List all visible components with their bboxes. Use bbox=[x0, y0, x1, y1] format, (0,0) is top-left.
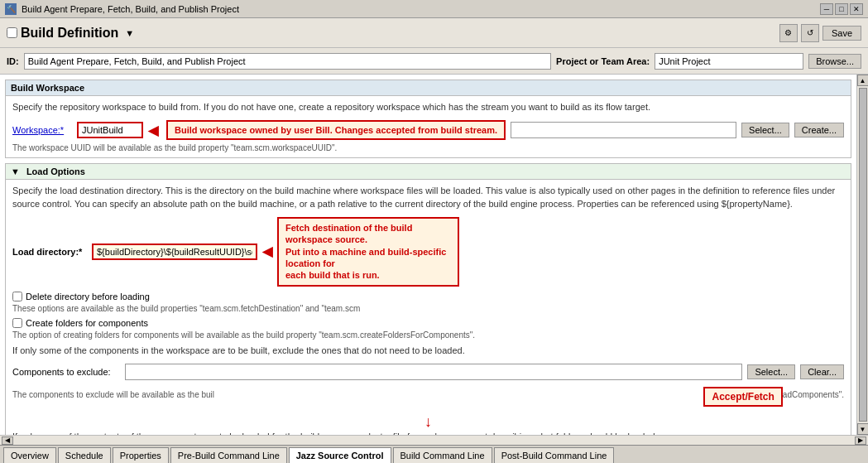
toolbar: Build Definition ▼ ⚙ ↺ Save bbox=[0, 18, 868, 48]
horizontal-scrollbar[interactable]: ◀ ▶ bbox=[0, 435, 868, 445]
if-some-text2: If only some of the contents of the comp… bbox=[12, 431, 844, 435]
refresh-icon[interactable]: ↺ bbox=[801, 24, 819, 42]
scroll-down-button[interactable]: ▼ bbox=[857, 423, 869, 435]
create-folders-checkbox[interactable] bbox=[12, 318, 22, 328]
load-options-body: Specify the load destination directory. … bbox=[6, 180, 851, 435]
build-workspace-body: Specify the repository workspace to buil… bbox=[6, 96, 851, 157]
workspace-input[interactable] bbox=[77, 122, 143, 138]
tab-build-command-line[interactable]: Build Command Line bbox=[393, 447, 492, 463]
tab-overview[interactable]: Overview bbox=[3, 447, 56, 463]
fetch-annotation: Fetch destination of the build workspace… bbox=[277, 217, 459, 286]
build-workspace-title: Build Workspace bbox=[11, 83, 84, 93]
components-exclude-input[interactable] bbox=[125, 364, 742, 380]
page-title: Build Definition bbox=[21, 26, 118, 41]
settings-icon[interactable]: ⚙ bbox=[779, 24, 798, 42]
main-container: Build Definition ▼ ⚙ ↺ Save ID: Project … bbox=[0, 18, 868, 463]
id-input[interactable] bbox=[24, 53, 551, 70]
load-options-section: ▼ Load Options Specify the load destinat… bbox=[5, 163, 851, 435]
tab-properties[interactable]: Properties bbox=[113, 447, 169, 463]
workspace-create-button[interactable]: Create... bbox=[794, 123, 844, 137]
accept-arrow-icon: ↓ bbox=[12, 413, 844, 431]
window-icon: 🔨 bbox=[5, 3, 17, 15]
create-folders-hint: The option of creating folders for compo… bbox=[12, 330, 844, 340]
delete-dir-label: Delete directory before loading bbox=[26, 292, 150, 301]
browse-button[interactable]: Browse... bbox=[808, 54, 861, 69]
components-clear-button[interactable]: Clear... bbox=[800, 364, 844, 379]
load-options-desc: Specify the load destination directory. … bbox=[12, 185, 844, 210]
title-dropdown[interactable]: ▼ bbox=[125, 28, 134, 38]
load-dir-arrow-icon: ◀ bbox=[262, 244, 272, 259]
accept-fetch-label: Accept/Fetch bbox=[703, 387, 782, 407]
id-label: ID: bbox=[7, 56, 19, 66]
load-dir-row: Load directory:* ◀ Fetch destination of … bbox=[12, 217, 844, 286]
workspace-annotation: Build workspace owned by user Bill. Chan… bbox=[166, 120, 506, 140]
delete-dir-hint: These options are available as the build… bbox=[12, 304, 844, 313]
load-dir-label: Load directory:* bbox=[12, 247, 87, 257]
restore-button[interactable]: □ bbox=[835, 3, 848, 15]
tab-bar: Overview Schedule Properties Pre-Build C… bbox=[0, 445, 868, 463]
components-hint: The components to exclude will be availa… bbox=[12, 390, 703, 399]
tab-pre-build-command-line[interactable]: Pre-Build Command Line bbox=[170, 447, 287, 463]
workspace-label: Workspace:* bbox=[12, 125, 72, 135]
components-select-button[interactable]: Select... bbox=[747, 364, 795, 379]
build-workspace-desc: Specify the repository workspace to buil… bbox=[12, 101, 844, 113]
scroll-thumb[interactable] bbox=[859, 88, 867, 422]
window-title: Build Agent Prepare, Fetch, Build, and P… bbox=[22, 4, 815, 14]
toolbar-checkbox[interactable] bbox=[7, 27, 17, 38]
tab-jazz-source-control[interactable]: Jazz Source Control bbox=[289, 447, 391, 463]
close-button[interactable]: ✕ bbox=[850, 3, 863, 15]
vertical-scrollbar[interactable]: ▲ ▼ bbox=[856, 75, 868, 435]
create-folders-row: Create folders for components bbox=[12, 318, 844, 328]
components-exclude-label: Components to exclude: bbox=[12, 367, 120, 377]
if-some-text: If only some of the components in the wo… bbox=[12, 345, 844, 357]
tab-schedule[interactable]: Schedule bbox=[58, 447, 111, 463]
toolbar-icons: ⚙ ↺ bbox=[779, 24, 819, 42]
build-workspace-section: Build Workspace Specify the repository w… bbox=[5, 80, 851, 158]
window-bar: 🔨 Build Agent Prepare, Fetch, Build, and… bbox=[0, 0, 868, 18]
delete-dir-checkbox[interactable] bbox=[12, 292, 22, 301]
build-workspace-header: Build Workspace bbox=[6, 80, 851, 96]
padcomponents-hint: adComponents". bbox=[783, 390, 844, 399]
workspace-select-button[interactable]: Select... bbox=[741, 123, 789, 137]
workspace-field-wide[interactable] bbox=[511, 122, 736, 138]
project-label: Project or Team Area: bbox=[556, 56, 650, 66]
save-button[interactable]: Save bbox=[822, 26, 861, 41]
create-folders-label: Create folders for components bbox=[26, 318, 148, 328]
uuid-hint: The workspace UUID will be available as … bbox=[12, 143, 844, 152]
arrow-right-icon: ◀ bbox=[148, 123, 158, 138]
load-dir-input[interactable] bbox=[92, 244, 257, 260]
delete-dir-row: Delete directory before loading bbox=[12, 292, 844, 301]
load-options-header: ▼ Load Options bbox=[6, 164, 851, 180]
load-options-title: Load Options bbox=[26, 166, 85, 176]
section-toggle[interactable]: ▼ bbox=[11, 166, 20, 176]
components-exclude-row: Components to exclude: Select... Clear..… bbox=[12, 364, 844, 380]
scroll-left-button[interactable]: ◀ bbox=[2, 436, 13, 445]
scroll-right-button[interactable]: ▶ bbox=[855, 436, 866, 445]
id-row: ID: Project or Team Area: Browse... bbox=[0, 48, 868, 75]
workspace-row: Workspace:* ◀ Build workspace owned by u… bbox=[12, 120, 844, 140]
tab-post-build-command-line[interactable]: Post-Build Command Line bbox=[494, 447, 615, 463]
project-input[interactable] bbox=[655, 53, 803, 70]
minimize-button[interactable]: ─ bbox=[820, 3, 833, 15]
window-controls[interactable]: ─ □ ✕ bbox=[820, 3, 863, 15]
content-area: Build Workspace Specify the repository w… bbox=[0, 75, 868, 435]
scroll-up-button[interactable]: ▲ bbox=[857, 75, 869, 86]
